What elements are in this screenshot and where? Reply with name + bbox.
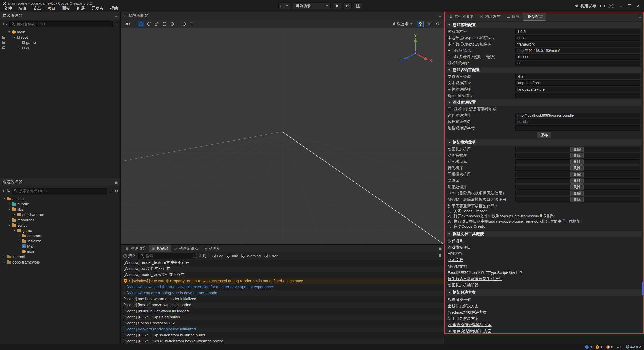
create-node-button[interactable]: + (2, 22, 7, 27)
doc-link[interactable]: MVVM文档 (448, 263, 467, 269)
console-tab[interactable]: 动画图 (202, 245, 223, 252)
expand-arrow-icon[interactable] (18, 234, 21, 237)
play-button[interactable] (333, 2, 341, 9)
hierarchy-node[interactable]: gui (0, 45, 120, 51)
log-filter[interactable]: Log (212, 254, 223, 258)
log-entry[interactable]: [Window] ecs文件夹不存在 (121, 266, 444, 272)
asset-item[interactable]: libs (0, 207, 120, 212)
solution-link[interactable]: 全栈开发解决方案 (448, 303, 479, 309)
console-search-input[interactable] (138, 253, 195, 259)
delete-button[interactable]: 删除 (570, 191, 584, 196)
warning-count[interactable]: 1 (596, 345, 602, 349)
expand-arrow-icon[interactable] (8, 202, 11, 206)
expand-arrow-icon[interactable] (13, 36, 16, 39)
expand-arrow-icon[interactable] (18, 245, 21, 248)
log-entry[interactable]: [Window] You are running Vue in developm… (121, 290, 444, 296)
menu-item[interactable]: 扩展 (73, 6, 88, 11)
menu-item[interactable]: 开发者 (88, 6, 107, 11)
inspector-menu-icon[interactable]: ≡ (639, 14, 641, 19)
device-select[interactable] (278, 2, 290, 9)
maximize-button[interactable] (626, 2, 633, 10)
doc-link[interactable]: 动画状态机编辑器 (448, 282, 479, 288)
expand-arrow-icon[interactable] (8, 208, 11, 211)
delete-button[interactable]: 删除 (570, 165, 584, 171)
inspector-tab[interactable]: 框架配置 (523, 13, 546, 21)
log-entry[interactable]: [Scene] [PHYSICS]: using builtin. (121, 314, 444, 320)
pivot-toggle-button[interactable] (181, 21, 188, 27)
lighting-toggle-button[interactable] (417, 21, 424, 27)
doc-link[interactable]: 游戏模板项目 (448, 244, 471, 250)
log-entry[interactable]: [Window] render_texture文件夹不存在 (121, 260, 444, 266)
asset-item[interactable]: oops-framework (0, 259, 120, 265)
step-button[interactable] (344, 2, 352, 9)
remote-load-checkbox[interactable] (448, 107, 451, 111)
scene-camera-button[interactable] (426, 21, 432, 27)
package-count[interactable]: 0 (617, 345, 622, 349)
expand-chevron-icon[interactable] (124, 292, 125, 294)
expand-arrow-icon[interactable] (13, 213, 16, 216)
log-entry[interactable]: [Scene] [bullet]:bullet wasm lib loaded. (121, 308, 444, 314)
field-input[interactable]: language/json (515, 80, 640, 86)
section-language-config[interactable]: 游戏多语言配置 (446, 67, 642, 73)
delete-button[interactable]: 删除 (570, 153, 584, 158)
menu-item[interactable]: 节点 (30, 6, 44, 11)
asset-item[interactable]: initialize (0, 238, 120, 244)
minimize-button[interactable]: – (617, 2, 625, 10)
solution-link[interactable]: 战棋游戏框架 (448, 296, 471, 303)
log-entry[interactable]: [Window] model_view文件夹不存在 (121, 272, 444, 278)
console-menu-icon[interactable]: ≡ (439, 246, 442, 251)
field-input[interactable]: framework (515, 42, 640, 47)
scene-select[interactable]: 当前场景 (293, 2, 331, 9)
hierarchy-search-input[interactable] (9, 21, 113, 27)
doc-link[interactable]: Excel格式转Json文件与TypeScript代码工具 (448, 269, 523, 276)
field-input[interactable]: oops (515, 35, 640, 41)
snap-toggle-button[interactable] (189, 21, 195, 27)
expand-arrow-icon[interactable] (3, 255, 6, 258)
expand-arrow-icon[interactable] (3, 197, 6, 200)
rotate-tool-button[interactable] (145, 21, 152, 27)
expand-chevron-icon[interactable] (124, 286, 125, 288)
asset-item[interactable]: seedrandom (0, 212, 120, 217)
scene-menu-icon[interactable]: ≡ (438, 13, 441, 18)
console-tab[interactable]: 控制台 (149, 245, 171, 252)
expand-arrow-icon[interactable] (8, 218, 11, 222)
expand-arrow-icon[interactable] (18, 46, 21, 50)
field-input[interactable] (515, 125, 640, 131)
menu-item[interactable]: 帮助 (107, 6, 121, 11)
field-input[interactable] (515, 93, 640, 98)
section-module-trim[interactable]: 框架模块裁剪 (446, 139, 642, 146)
orientation-gizmo[interactable]: Y X Z (396, 34, 434, 69)
rect-tool-button[interactable] (161, 21, 168, 27)
log-entry[interactable]: [Scene] [PHYSICS]: switch from builtin t… (121, 332, 444, 338)
filter-checkbox[interactable] (242, 254, 245, 258)
expand-arrow-icon[interactable] (18, 41, 21, 44)
solution-link[interactable]: 新手引导解决方案 (448, 315, 479, 322)
expand-arrow-icon[interactable] (13, 229, 16, 232)
delete-button[interactable]: 删除 (570, 197, 584, 202)
asset-item[interactable]: assets (0, 196, 120, 201)
log-filter[interactable]: Info (227, 254, 238, 258)
solution-link[interactable]: 2D角色扮演游戏解决方案 (448, 322, 492, 328)
log-filter[interactable]: Warning (242, 254, 261, 258)
refresh-icon[interactable] (115, 189, 118, 193)
delete-button[interactable]: 删除 (570, 147, 584, 152)
field-input[interactable]: language/texture (515, 87, 640, 92)
asset-item[interactable]: resources (0, 217, 120, 223)
menu-item[interactable]: 文件 (1, 6, 15, 11)
field-input[interactable]: 60 (515, 61, 640, 66)
solution-link[interactable]: 3D角色扮演游戏解决方案 (448, 328, 492, 333)
asset-item[interactable]: main (0, 249, 120, 254)
expand-arrow-icon[interactable] (18, 239, 21, 243)
menu-item[interactable]: 项目 (44, 6, 59, 11)
close-button[interactable]: × (634, 2, 642, 10)
filter-checkbox[interactable] (227, 254, 230, 258)
delete-button[interactable]: 删除 (570, 172, 584, 177)
assets-search-input[interactable] (12, 188, 107, 194)
log-filter[interactable]: Error (264, 254, 277, 258)
filter-icon[interactable] (109, 189, 113, 192)
regex-toggle[interactable]: 正则 (193, 254, 206, 258)
expand-chevron-icon[interactable] (129, 280, 130, 282)
hierarchy-menu-icon[interactable]: ≡ (115, 13, 118, 18)
inspector-tab[interactable]: 服务 (504, 13, 522, 21)
log-entry[interactable]: [Window] Download the Vue Devtools exten… (121, 284, 444, 290)
